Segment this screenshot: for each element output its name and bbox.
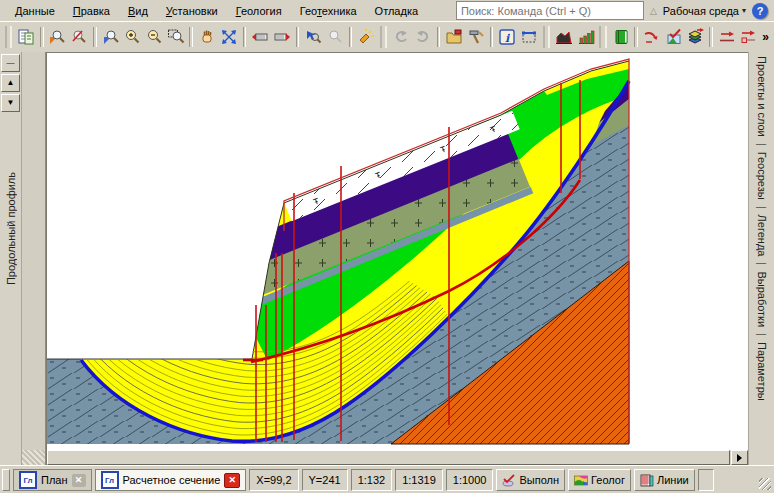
ruler-left-icon — [251, 28, 269, 46]
ruler-left-button[interactable] — [249, 24, 271, 50]
zoom-out-button[interactable] — [143, 24, 165, 50]
right-panel-tabs: Проекты и слои | Геосрезы | Легенда | Вы… — [756, 56, 768, 465]
right-tab-strip: Проекты и слои | Геосрезы | Легенда | Вы… — [748, 52, 774, 465]
report-button[interactable] — [15, 24, 37, 50]
slip-curve-button[interactable] — [641, 24, 663, 50]
right-tab-4[interactable]: Параметры — [756, 342, 768, 401]
toolbar: i» — [0, 21, 774, 53]
book-button[interactable] — [610, 24, 632, 50]
tools-button[interactable] — [465, 24, 487, 50]
close-icon[interactable]: ✕ — [224, 473, 240, 488]
scale-field-1[interactable]: 1:132 — [351, 469, 393, 491]
zoom-fragment-icon — [48, 28, 66, 46]
zoom-cancel-button[interactable] — [68, 24, 90, 50]
profile-chart-button[interactable] — [553, 24, 575, 50]
zoom-prev-button[interactable] — [324, 24, 346, 50]
zoom-cancel-icon — [70, 28, 88, 46]
scroll-right-button[interactable] — [731, 450, 748, 465]
toolbar-grip — [5, 26, 12, 48]
folder-icon — [445, 28, 463, 46]
menu-item-1[interactable]: Правка — [64, 3, 119, 20]
statusbar-grip — [2, 469, 10, 491]
toolbar-separator — [93, 27, 97, 47]
book-icon — [612, 28, 630, 46]
tab-longitudinal-profile[interactable]: Продольный профиль — [5, 172, 17, 285]
right-tab-2[interactable]: Легенда — [756, 215, 768, 257]
line-arrow-button[interactable] — [716, 24, 738, 50]
scale-field-2[interactable]: 1:1319 — [395, 469, 443, 491]
tools-icon — [467, 28, 485, 46]
panel-collapse-button[interactable]: — — [1, 54, 20, 72]
zoom-window-button[interactable] — [165, 24, 187, 50]
toolbar-overflow-button[interactable]: » — [759, 30, 772, 44]
pan-icon — [198, 28, 216, 46]
redo-icon — [414, 28, 432, 46]
node-arrow-button[interactable] — [738, 24, 760, 50]
resize-grip[interactable] — [756, 469, 772, 491]
lines-button[interactable]: Линии — [634, 469, 695, 491]
scrollbar-thumb[interactable] — [47, 450, 730, 465]
menu-item-5[interactable]: Геотехника — [291, 3, 366, 20]
ruler-right-button[interactable] — [271, 24, 293, 50]
fit-extents-button[interactable] — [218, 24, 240, 50]
statusbar-empty-cell — [698, 469, 714, 491]
histogram-button[interactable] — [575, 24, 597, 50]
fit-extents-icon — [220, 28, 238, 46]
highlight-button[interactable] — [355, 24, 377, 50]
application-window: ДанныеПравкаВидУстановкиГеологияГеотехни… — [0, 0, 774, 493]
info-button[interactable]: i — [496, 24, 518, 50]
menu-bar: ДанныеПравкаВидУстановкиГеологияГеотехни… — [0, 0, 774, 21]
right-tab-3[interactable]: Выработки — [756, 271, 768, 327]
left-gutter — [22, 52, 46, 465]
verify-icon — [665, 28, 683, 46]
menu-item-4[interactable]: Геология — [227, 3, 291, 20]
measure-button[interactable] — [518, 24, 540, 50]
layers-export-button[interactable] — [684, 24, 706, 50]
execute-label: Выполн — [519, 474, 559, 486]
folder-button[interactable] — [443, 24, 465, 50]
right-tab-1[interactable]: Геосрезы — [756, 152, 768, 200]
menu-item-3[interactable]: Установки — [157, 3, 227, 20]
menu-right-zone: △ Рабочая среда ▾ ? — [456, 1, 774, 20]
menu-item-2[interactable]: Вид — [119, 3, 157, 20]
geology-button[interactable]: Геолог — [568, 469, 631, 491]
redo-button[interactable] — [412, 24, 434, 50]
chevron-down-icon: ▾ — [742, 6, 746, 15]
doc-tab-plan[interactable]: Гл План ✕ — [13, 469, 92, 491]
close-icon[interactable]: ✕ — [72, 474, 86, 487]
line-arrow-icon — [718, 28, 736, 46]
profile-chart-icon — [555, 28, 573, 46]
search-input[interactable] — [456, 1, 644, 20]
scroll-up-button[interactable]: ▲ — [1, 74, 20, 92]
collapse-search-icon[interactable]: △ — [650, 6, 657, 16]
toolbar-separator — [437, 27, 441, 47]
horizontal-scrollbar[interactable] — [47, 450, 748, 465]
zoom-area-button[interactable] — [100, 24, 122, 50]
right-tab-separator: | — [756, 256, 768, 271]
geology-label: Геолог — [591, 474, 625, 486]
zoom-fragment-button[interactable] — [47, 24, 69, 50]
workspace-menu[interactable]: Рабочая среда ▾ — [663, 5, 746, 17]
zoom-prev-icon — [326, 28, 344, 46]
histogram-icon — [577, 28, 595, 46]
help-button[interactable]: ? — [752, 3, 768, 19]
toolbar-grip — [599, 26, 606, 48]
geology-map-icon — [574, 474, 588, 487]
drawing-canvas[interactable]: Ŧ Ŧ Ŧ Ŧ — [46, 52, 748, 465]
undo-button[interactable] — [390, 24, 412, 50]
undo-icon — [392, 28, 410, 46]
zoom-selected-button[interactable] — [302, 24, 324, 50]
menu-item-6[interactable]: Отладка — [366, 3, 427, 20]
right-tab-0[interactable]: Проекты и слои — [756, 56, 768, 137]
zoom-area-icon — [102, 28, 120, 46]
execute-button[interactable]: Выполн — [496, 469, 565, 491]
doc-tab-section[interactable]: Гл Расчетное сечение ✕ — [95, 469, 247, 491]
scroll-down-button[interactable]: ▼ — [1, 94, 20, 112]
verify-button[interactable] — [663, 24, 685, 50]
menu-item-0[interactable]: Данные — [6, 3, 64, 20]
zoom-in-button[interactable] — [121, 24, 143, 50]
pan-button[interactable] — [196, 24, 218, 50]
left-tab-strip: — ▲ ▼ Продольный профиль — [0, 52, 22, 465]
right-tab-separator: | — [756, 327, 768, 342]
scale-field-3[interactable]: 1:1000 — [446, 469, 494, 491]
